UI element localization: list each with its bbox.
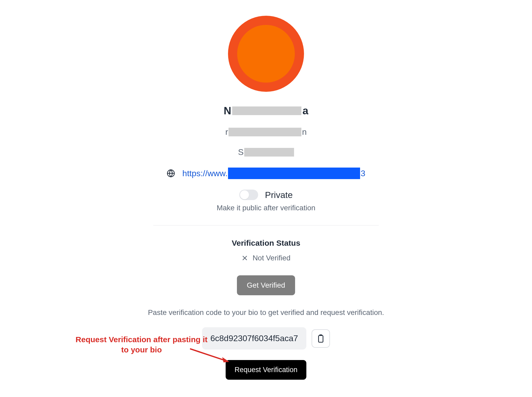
link-suffix: 3: [361, 169, 365, 178]
profile-link-row: https://www. 3: [167, 168, 365, 179]
svg-marker-6: [222, 357, 229, 362]
name-suffix: a: [302, 105, 308, 117]
redacted-name: [232, 106, 301, 115]
redacted-email: [229, 128, 301, 136]
verification-instruction: Paste verification code to your bio to g…: [148, 308, 384, 317]
privacy-toggle[interactable]: [239, 190, 258, 200]
avatar: [228, 16, 304, 92]
privacy-row: Private: [239, 190, 293, 200]
profile-link[interactable]: https://www. 3: [182, 168, 365, 179]
copy-code-button[interactable]: [312, 329, 330, 348]
profile-type: S: [238, 147, 294, 157]
email-prefix: r: [225, 127, 228, 137]
divider: [153, 225, 379, 226]
svg-line-5: [190, 349, 225, 361]
privacy-label: Private: [265, 190, 293, 200]
annotation-arrow-icon: [189, 346, 231, 364]
svg-rect-4: [319, 335, 323, 342]
globe-icon: [167, 169, 175, 178]
profile-email: r n: [225, 127, 307, 137]
verification-status-row: Not Verified: [242, 254, 291, 262]
verification-status-text: Not Verified: [253, 254, 291, 262]
profile-name: N a: [224, 105, 308, 117]
clipboard-icon: [316, 334, 325, 343]
privacy-hint: Make it public after verification: [217, 204, 316, 212]
toggle-knob: [240, 190, 249, 199]
email-suffix: n: [302, 127, 307, 137]
name-prefix: N: [224, 105, 231, 117]
request-verification-button[interactable]: Request Verification: [226, 360, 306, 380]
link-prefix: https://www.: [182, 169, 228, 178]
redacted-link: [228, 168, 360, 179]
redacted-type: [244, 148, 294, 157]
x-icon: [242, 255, 248, 261]
verification-section-title: Verification Status: [232, 239, 300, 248]
avatar-inner: [237, 25, 295, 83]
get-verified-button[interactable]: Get Verified: [237, 275, 295, 295]
type-prefix: S: [238, 147, 243, 157]
